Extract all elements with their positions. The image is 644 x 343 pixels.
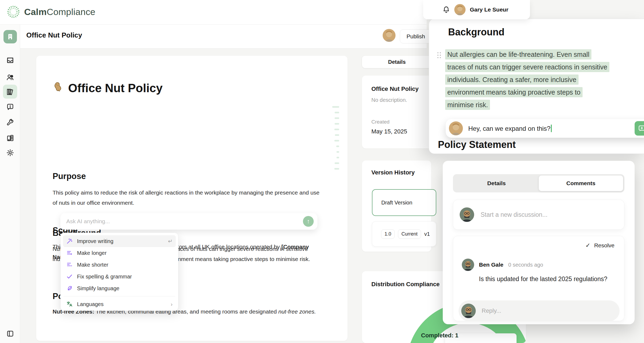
app-window: CalmCompliance	[0, 0, 644, 343]
minimap-dash	[334, 168, 339, 170]
version-number-chip: 1.0	[381, 229, 395, 239]
comment-composer[interactable]: Hey, can we expand on this?	[446, 119, 644, 138]
drag-handle-icon[interactable]	[437, 52, 441, 58]
ask-ai-input[interactable]: Ask AI anything... ↑	[60, 213, 317, 230]
peanut-emoji	[53, 82, 64, 94]
tab-comments[interactable]: Comments	[539, 176, 623, 191]
chevron-right-icon: ›	[171, 301, 173, 307]
minimap-dash	[335, 123, 339, 125]
minimap-dash	[335, 162, 339, 164]
user-name[interactable]: Gary Le Sueur	[470, 6, 508, 13]
highlighted-line: traces of nuts can trigger severe reacti…	[445, 63, 609, 76]
version-history-title: Version History	[371, 169, 415, 176]
avatar[interactable]	[383, 29, 396, 42]
menu-item-make-longer[interactable]: Make longer	[63, 247, 176, 259]
tab-details-side[interactable]: Details	[362, 56, 432, 68]
notification-bell-icon[interactable]	[442, 6, 450, 13]
comment-timestamp: 0 seconds ago	[508, 262, 543, 268]
completed-legend: Completed: 1	[421, 332, 458, 339]
document-title: Office Nut Policy	[53, 81, 325, 95]
left-nav-rail	[0, 25, 20, 343]
comments-panel-window: Details Comments Start a new discussion.…	[443, 161, 635, 324]
menu-item-languages[interactable]: Languages ›	[63, 298, 176, 310]
comment-author-name: Ben Gale	[479, 262, 503, 268]
details-description: No description.	[371, 97, 407, 103]
workspace-building-icon[interactable]	[3, 30, 17, 43]
avatar[interactable]	[454, 4, 466, 15]
brand-logo: CalmCompliance	[6, 5, 95, 19]
minimap-dash	[336, 146, 339, 147]
lines-plus-icon	[66, 250, 73, 256]
library-icon[interactable]	[6, 88, 14, 96]
page-title: Office Nut Policy	[26, 31, 82, 39]
brand-logo-icon	[6, 5, 20, 19]
created-value: May 15, 2025	[371, 128, 407, 135]
highlighted-line: environment means taking proactive steps…	[445, 88, 583, 101]
minimap-dash	[336, 157, 339, 158]
comment-body: Is this updated for the lasted 2025 regu…	[479, 274, 608, 284]
reply-input[interactable]: Reply...	[459, 300, 620, 321]
ai-send-button[interactable]: ↑	[303, 216, 314, 227]
feather-icon	[66, 285, 73, 292]
minimap-dash	[335, 117, 339, 119]
draft-version-item[interactable]: Draft Version	[372, 189, 436, 216]
menu-item-improve-writing[interactable]: Improve writing ↵	[63, 235, 176, 247]
menu-item-make-shorter[interactable]: Make shorter	[63, 259, 176, 271]
avatar	[462, 259, 474, 271]
comment-thread-card: ✓ Resolve Ben Gale 0 seconds ago Is this…	[453, 236, 624, 321]
reply-placeholder: Reply...	[482, 307, 501, 314]
highlighted-line: individuals. Creating a safer, more incl…	[445, 76, 579, 88]
report-issue-icon[interactable]	[6, 103, 14, 111]
minimap-dash	[332, 106, 339, 108]
draft-version-label: Draft Version	[381, 200, 412, 206]
menu-item-label: Improve writing	[77, 238, 164, 244]
ai-actions-menu: Improve writing ↵ Make longer Make short…	[60, 233, 178, 311]
overlay-background-heading: Background	[448, 27, 504, 38]
top-bar: CalmCompliance	[0, 0, 427, 25]
minimap-dash	[334, 129, 339, 130]
version-tag: v1	[424, 231, 430, 237]
highlight-minimap	[330, 106, 339, 174]
tools-wrench-icon[interactable]	[6, 118, 14, 126]
check-icon: ✓	[586, 242, 590, 249]
inbox-icon[interactable]	[6, 56, 14, 64]
tab-details[interactable]: Details	[454, 176, 539, 191]
menu-item-label: Make longer	[77, 250, 173, 256]
settings-gear-icon[interactable]	[6, 149, 14, 157]
minimap-dash	[335, 134, 339, 136]
new-discussion-placeholder: Start a new discussion...	[481, 211, 547, 218]
avatar	[449, 121, 463, 135]
menu-item-fix-spelling[interactable]: Fix spelling & grammar	[63, 271, 176, 282]
office-buildings-icon[interactable]	[6, 134, 14, 142]
lines-minus-icon	[66, 262, 73, 268]
comment-author-row: Ben Gale 0 seconds ago	[462, 259, 543, 271]
highlighted-line: Nut allergies can be life-threatening. E…	[445, 51, 591, 63]
distribution-title: Distribution Compliance	[371, 281, 440, 288]
highlighted-line: minimise risk.	[445, 101, 490, 114]
version-1-item[interactable]: 1.0 Current v1	[372, 221, 436, 247]
users-icon[interactable]	[6, 73, 14, 81]
minimap-dash	[334, 140, 339, 141]
resolve-label: Resolve	[594, 242, 614, 249]
details-doc-title: Office Nut Policy	[371, 85, 419, 92]
brand-name: CalmCompliance	[24, 7, 95, 17]
check-icon	[66, 273, 73, 280]
avatar	[460, 207, 474, 222]
ask-ai-placeholder: Ask AI anything...	[66, 218, 303, 225]
avatar	[461, 304, 476, 318]
panel-tabs: Details Comments	[453, 174, 624, 192]
menu-item-label: Simplify language	[77, 285, 173, 292]
menu-item-simplify-language[interactable]: Simplify language	[63, 282, 176, 294]
details-card: Office Nut Policy No description. Create…	[362, 76, 432, 148]
minimap-dash	[335, 112, 339, 113]
comment-draft-text: Hey, can we expand on this?	[468, 125, 635, 132]
submit-comment-button[interactable]	[635, 121, 644, 136]
current-badge: Current	[398, 229, 421, 239]
purpose-paragraph: This policy aims to reduce the risk of a…	[53, 188, 325, 208]
resolve-button[interactable]: ✓ Resolve	[586, 242, 614, 249]
overlay-next-heading: Policy Statement	[438, 139, 516, 150]
new-discussion-input[interactable]: Start a new discussion...	[453, 200, 624, 230]
comment-plus-icon	[638, 125, 644, 132]
sidebar-toggle-icon[interactable]	[6, 330, 14, 338]
document-header: Office Nut Policy Publish	[20, 25, 427, 49]
